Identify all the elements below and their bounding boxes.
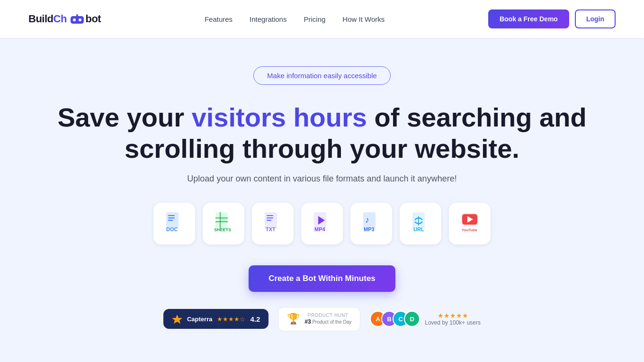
capterra-badge: Capterra ★★★★☆ 4.2 bbox=[163, 309, 268, 329]
create-bot-button[interactable]: Create a Bot Within Minutes bbox=[249, 265, 395, 292]
svg-rect-14 bbox=[221, 218, 227, 221]
social-proof: Capterra ★★★★☆ 4.2 🏆 PRODUCT HUNT #3 Pro… bbox=[19, 307, 625, 331]
user-loved-label: Loved by 100k+ users bbox=[425, 319, 481, 326]
svg-rect-19 bbox=[267, 220, 271, 221]
cta-section: Create a Bot Within Minutes bbox=[19, 265, 625, 292]
headline-part1: Save your bbox=[57, 102, 191, 132]
ph-rank: #3 bbox=[304, 318, 311, 325]
svg-rect-0 bbox=[71, 16, 84, 24]
ph-label: Product of the Day bbox=[312, 319, 351, 325]
capterra-score: 4.2 bbox=[250, 315, 260, 323]
nav-integrations[interactable]: Integrations bbox=[250, 15, 286, 23]
nav-actions: Book a Free Demo Login bbox=[488, 9, 616, 28]
nav-pricing[interactable]: Pricing bbox=[304, 15, 325, 23]
format-doc: DOC bbox=[153, 203, 195, 244]
mp3-icon: ♪ MP3 bbox=[362, 211, 380, 236]
headline-accent: visitors hours bbox=[192, 102, 367, 132]
nav-links: Features Integrations Pricing How It Wor… bbox=[205, 15, 385, 23]
logo-text: BuildCh bot bbox=[28, 13, 101, 25]
hero-subtext: Upload your own content in various file … bbox=[19, 174, 625, 184]
svg-rect-17 bbox=[267, 215, 273, 216]
format-sheets: SHEETS bbox=[203, 203, 244, 244]
svg-rect-18 bbox=[267, 217, 273, 218]
svg-text:♪: ♪ bbox=[365, 215, 369, 225]
svg-point-1 bbox=[73, 18, 76, 21]
svg-point-2 bbox=[79, 18, 81, 21]
url-icon: URL bbox=[411, 211, 429, 236]
svg-text:TXT: TXT bbox=[266, 226, 276, 232]
format-youtube: YouTube bbox=[449, 203, 491, 244]
format-url: URL bbox=[400, 203, 441, 244]
svg-rect-6 bbox=[168, 215, 175, 216]
youtube-icon: YouTube bbox=[460, 211, 479, 236]
format-txt: TXT bbox=[252, 203, 294, 244]
hero-badge: Make information easily accessible bbox=[253, 66, 391, 85]
user-proof: A B C D ★★★★★ Loved by 100k+ users bbox=[370, 311, 481, 327]
format-mp4: MP4 bbox=[301, 203, 343, 244]
svg-rect-8 bbox=[168, 220, 173, 221]
user-stars: ★★★★★ bbox=[425, 312, 481, 319]
svg-marker-34 bbox=[172, 315, 182, 324]
ph-text: PRODUCT HUNT #3 Product of the Day bbox=[304, 312, 351, 326]
svg-text:DOC: DOC bbox=[166, 226, 178, 232]
book-demo-button[interactable]: Book a Free Demo bbox=[488, 9, 569, 28]
logo[interactable]: BuildCh bot bbox=[28, 13, 101, 25]
user-stars-section: ★★★★★ Loved by 100k+ users bbox=[425, 312, 481, 326]
svg-text:MP4: MP4 bbox=[314, 226, 326, 232]
svg-text:MP3: MP3 bbox=[364, 226, 375, 232]
svg-rect-7 bbox=[168, 217, 175, 218]
ph-icon: 🏆 bbox=[287, 313, 300, 325]
hero-section: Make information easily accessible Save … bbox=[0, 38, 644, 362]
capterra-label: Capterra bbox=[187, 316, 212, 323]
svg-text:SHEETS: SHEETS bbox=[215, 227, 231, 232]
doc-icon: DOC bbox=[165, 211, 183, 236]
mp4-icon: MP4 bbox=[313, 211, 331, 236]
hero-headline: Save your visitors hours of searching an… bbox=[19, 102, 625, 164]
svg-text:YouTube: YouTube bbox=[462, 228, 478, 232]
nav-how-it-works[interactable]: How It Works bbox=[342, 15, 385, 23]
sheets-icon: SHEETS bbox=[215, 211, 233, 236]
logo-bot-icon bbox=[70, 14, 85, 25]
capterra-icon bbox=[172, 314, 182, 324]
format-mp3: ♪ MP3 bbox=[350, 203, 392, 244]
producthunt-badge: 🏆 PRODUCT HUNT #3 Product of the Day bbox=[278, 307, 360, 331]
login-button[interactable]: Login bbox=[575, 9, 616, 28]
txt-icon: TXT bbox=[264, 211, 282, 236]
navbar: BuildCh bot Features Integrations Pricin… bbox=[0, 0, 644, 38]
user-avatars: A B C D bbox=[370, 311, 420, 327]
format-icons: DOC SHEETS bbox=[19, 203, 625, 244]
avatar-4: D bbox=[404, 311, 420, 327]
capterra-stars: ★★★★☆ bbox=[217, 316, 245, 323]
svg-text:URL: URL bbox=[413, 226, 424, 232]
nav-features[interactable]: Features bbox=[205, 15, 233, 23]
